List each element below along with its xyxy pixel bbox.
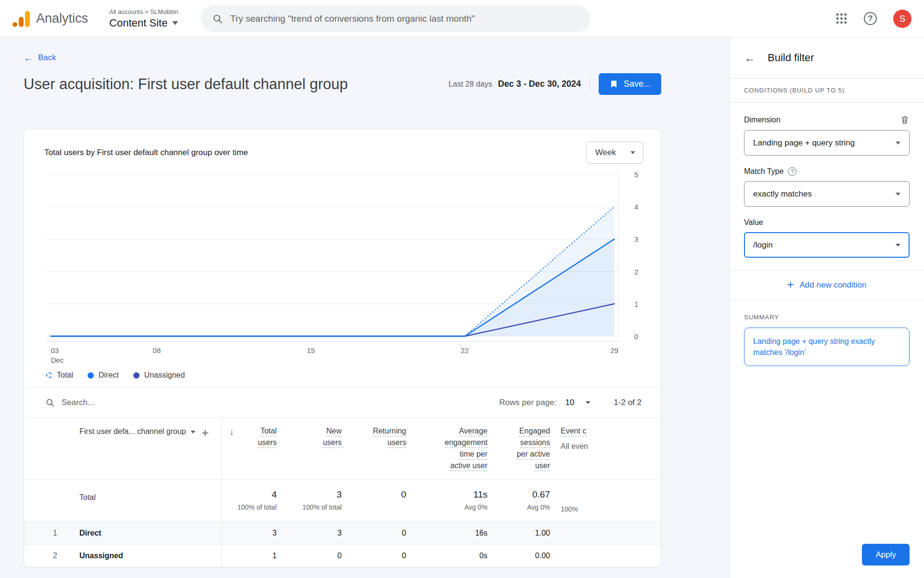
help-icon[interactable]: ? bbox=[788, 167, 796, 176]
save-button[interactable]: Save... bbox=[599, 73, 661, 95]
column-header-returning-users[interactable]: Returning users bbox=[342, 425, 406, 472]
filter-summary: Landing page + query string exactly matc… bbox=[744, 328, 910, 366]
back-arrow-icon: ← bbox=[24, 53, 33, 63]
legend-item-unassigned[interactable]: Unassigned bbox=[133, 371, 185, 380]
chevron-down-icon bbox=[191, 431, 195, 434]
sort-descending-icon[interactable]: ↓ bbox=[230, 425, 234, 439]
delete-condition-icon[interactable] bbox=[900, 115, 910, 125]
legend-label: Direct bbox=[99, 371, 119, 380]
table-row[interactable]: 1 Direct 3 3 0 16s 1.00 bbox=[24, 522, 661, 544]
app-bar: Analytics All accounts > SLMobbin Conten… bbox=[0, 0, 924, 38]
event-count-total-sub: 100% bbox=[561, 505, 661, 513]
apps-grid-icon[interactable] bbox=[835, 13, 847, 25]
property-name: Content Site bbox=[109, 17, 167, 29]
divider bbox=[590, 78, 590, 91]
global-search[interactable] bbox=[201, 5, 590, 32]
legend-label: Unassigned bbox=[144, 371, 185, 380]
table-totals-row: Total 4 100% of total 3 100% of total 0 … bbox=[24, 479, 661, 522]
date-range[interactable]: Dec 3 - Dec 30, 2024 bbox=[498, 79, 581, 89]
apply-button[interactable]: Apply bbox=[862, 544, 910, 565]
rows-per-page-label: Rows per page: bbox=[499, 398, 556, 407]
y-axis-tick: 5 bbox=[634, 171, 638, 179]
summary-header: SUMMARY bbox=[730, 300, 924, 328]
value-select[interactable]: /login bbox=[744, 232, 910, 258]
column-header-avg-engagement[interactable]: Average engagement time per active user bbox=[406, 425, 488, 472]
granularity-select[interactable]: Week bbox=[586, 142, 643, 164]
rows-per-page-select[interactable]: 10 bbox=[565, 398, 590, 407]
event-scope-label[interactable]: All even bbox=[561, 441, 661, 452]
chart-title: Total users by First user default channe… bbox=[44, 148, 248, 158]
y-axis-tick: 4 bbox=[634, 203, 638, 211]
line-chart: 012345 bbox=[46, 167, 619, 342]
search-icon bbox=[45, 398, 55, 407]
chart-legend: TotalDirectUnassigned bbox=[46, 371, 661, 380]
help-icon[interactable]: ? bbox=[864, 12, 877, 25]
match-type-label: Match Type bbox=[744, 167, 783, 176]
totals-label: Total bbox=[24, 480, 221, 522]
avatar[interactable]: S bbox=[893, 10, 911, 28]
global-search-input[interactable] bbox=[231, 13, 579, 24]
legend-item-direct[interactable]: Direct bbox=[88, 371, 119, 380]
cell-avg-engagement: 16s bbox=[406, 529, 488, 538]
new-users-total: 3 bbox=[277, 489, 342, 500]
cell-total-users: 1 bbox=[222, 552, 277, 560]
date-preset: Last 28 days bbox=[449, 80, 492, 89]
page-title: User acquisition: First user default cha… bbox=[24, 76, 348, 93]
y-axis-tick: 0 bbox=[634, 332, 638, 341]
x-axis-tick: 22 bbox=[461, 346, 469, 355]
row-index: 2 bbox=[24, 552, 79, 560]
breadcrumb: All accounts > SLMobbin bbox=[109, 8, 178, 15]
conditions-header: CONDITIONS (BUILD UP TO 5) bbox=[730, 78, 924, 103]
back-button[interactable]: ← Back bbox=[24, 53, 56, 63]
plus-icon: + bbox=[787, 279, 794, 290]
bookmark-icon bbox=[609, 79, 618, 89]
y-axis-labels: 012345 bbox=[634, 167, 651, 342]
column-header-engaged-sessions[interactable]: Engaged sessions per active user bbox=[488, 425, 550, 472]
add-dimension-icon[interactable]: + bbox=[202, 426, 209, 439]
chart-plot bbox=[46, 167, 619, 342]
match-type-select[interactable]: exactly matches bbox=[744, 181, 910, 207]
channel-name: Unassigned bbox=[79, 552, 123, 560]
dimension-header[interactable]: First user defa... channel group bbox=[79, 427, 186, 436]
avg-engagement-total: 11s bbox=[406, 489, 488, 500]
table-row[interactable]: 2 Unassigned 1 0 0 0s 0.00 bbox=[24, 544, 661, 567]
legend-label: Total bbox=[57, 371, 73, 380]
cell-returning-users: 0 bbox=[342, 529, 406, 538]
search-icon bbox=[212, 13, 223, 24]
legend-swatch-icon bbox=[88, 372, 94, 379]
table-search-input[interactable] bbox=[62, 398, 187, 407]
account-switcher[interactable]: All accounts > SLMobbin Content Site bbox=[109, 8, 178, 29]
cell-new-users: 3 bbox=[277, 529, 342, 538]
panel-back-icon[interactable]: ← bbox=[744, 53, 755, 64]
chevron-down-icon bbox=[896, 193, 900, 196]
dimension-field-label: Dimension bbox=[744, 116, 781, 124]
chevron-down-icon bbox=[630, 151, 635, 154]
analytics-logo-icon bbox=[13, 11, 30, 27]
chevron-down-icon bbox=[896, 142, 900, 144]
x-axis-tick: 03Dec bbox=[51, 346, 64, 365]
panel-title: Build filter bbox=[768, 52, 814, 64]
column-header-total-users[interactable]: ↓ Total users bbox=[222, 425, 277, 472]
app-name: Analytics bbox=[36, 11, 88, 26]
chevron-down-icon bbox=[172, 21, 178, 25]
report-card: Total users by First user default channe… bbox=[24, 129, 661, 567]
build-filter-panel: ← Build filter CONDITIONS (BUILD UP TO 5… bbox=[729, 38, 924, 578]
x-axis-labels: 03Dec08152229 bbox=[46, 342, 619, 364]
column-header-new-users[interactable]: New users bbox=[277, 425, 342, 472]
total-users-total: 4 bbox=[222, 489, 277, 500]
column-header-event-count[interactable]: Event c All even bbox=[550, 425, 661, 472]
y-axis-tick: 3 bbox=[634, 235, 638, 243]
pagination-range: 1-2 of 2 bbox=[614, 398, 642, 407]
table-search[interactable] bbox=[45, 398, 209, 407]
x-axis-tick: 29 bbox=[610, 346, 618, 355]
legend-item-total[interactable]: Total bbox=[46, 371, 73, 380]
cell-avg-engagement: 0s bbox=[406, 552, 488, 560]
table-toolbar: Rows per page: 10 1-2 of 2 bbox=[24, 387, 661, 417]
y-axis-tick: 1 bbox=[634, 300, 638, 308]
dimension-select[interactable]: Landing page + query string bbox=[744, 130, 910, 156]
cell-engaged-sessions: 0.00 bbox=[488, 552, 550, 560]
add-condition-button[interactable]: + Add new condition bbox=[730, 270, 924, 300]
row-index: 1 bbox=[24, 529, 79, 538]
back-label: Back bbox=[38, 53, 56, 63]
returning-users-total: 0 bbox=[342, 489, 406, 500]
